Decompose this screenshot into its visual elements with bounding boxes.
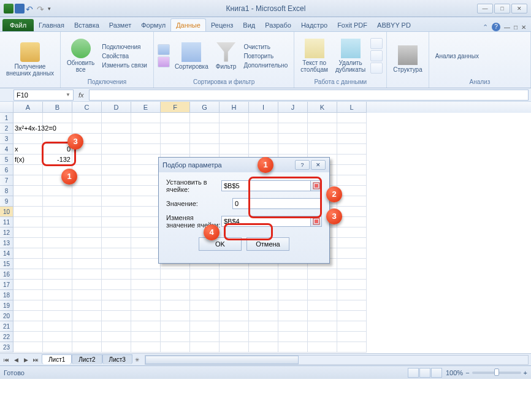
cell-L7[interactable] <box>337 175 367 186</box>
help-icon[interactable]: ? <box>492 23 500 31</box>
tab-formulas[interactable]: Формул <box>136 19 170 31</box>
cell-L13[interactable] <box>337 238 367 248</box>
cell-G17[interactable] <box>190 280 220 290</box>
cell-G20[interactable] <box>190 311 220 321</box>
cell-K19[interactable] <box>308 300 337 311</box>
cell-E12[interactable] <box>131 227 161 238</box>
minimize-ribbon-icon[interactable]: ⌃ <box>483 23 488 31</box>
cell-K18[interactable] <box>308 290 337 300</box>
cell-D13[interactable] <box>102 238 131 248</box>
cell-I4[interactable] <box>249 144 278 155</box>
cell-I3[interactable] <box>249 134 278 144</box>
cell-E21[interactable] <box>131 321 161 332</box>
cell-L6[interactable] <box>337 165 367 175</box>
cell-J23[interactable] <box>278 342 308 353</box>
cell-C12[interactable] <box>72 227 102 238</box>
cell-J3[interactable] <box>278 134 308 144</box>
col-H[interactable]: H <box>220 102 249 113</box>
cell-D21[interactable] <box>102 321 131 332</box>
cell-H18[interactable] <box>220 290 249 300</box>
cell-B9[interactable] <box>43 196 72 207</box>
file-tab[interactable]: Файл <box>2 19 34 31</box>
cell-I20[interactable] <box>249 311 278 321</box>
cell-D22[interactable] <box>102 332 131 342</box>
cell-I23[interactable] <box>249 342 278 353</box>
cell-H23[interactable] <box>220 342 249 353</box>
cell-C23[interactable] <box>72 342 102 353</box>
cell-H19[interactable] <box>220 300 249 311</box>
cell-D17[interactable] <box>102 280 131 290</box>
cell-G22[interactable] <box>190 332 220 342</box>
cell-D20[interactable] <box>102 311 131 321</box>
row-5[interactable]: 5 <box>0 155 13 165</box>
cell-A11[interactable] <box>13 217 43 227</box>
row-11[interactable]: 11 <box>0 217 13 227</box>
cell-I21[interactable] <box>249 321 278 332</box>
normal-view-icon[interactable] <box>408 368 419 378</box>
cell-D5[interactable] <box>102 155 131 165</box>
cell-C8[interactable] <box>72 186 102 196</box>
row-9[interactable]: 9 <box>0 196 13 207</box>
cell-J4[interactable] <box>278 144 308 155</box>
cell-C10[interactable] <box>72 207 102 217</box>
cell-E15[interactable] <box>131 259 161 269</box>
cell-I2[interactable] <box>249 123 278 134</box>
cell-H4[interactable] <box>220 144 249 155</box>
cell-G18[interactable] <box>190 290 220 300</box>
cell-L19[interactable] <box>337 300 367 311</box>
cell-F16[interactable] <box>161 269 190 280</box>
row-10[interactable]: 10 <box>0 207 13 217</box>
cell-D7[interactable] <box>102 175 131 186</box>
zoom-in-icon[interactable]: + <box>524 369 527 376</box>
cell-A19[interactable] <box>13 300 43 311</box>
cell-A20[interactable] <box>13 311 43 321</box>
doc-close-icon[interactable]: ✕ <box>521 24 526 31</box>
row-13[interactable]: 13 <box>0 238 13 248</box>
cell-C9[interactable] <box>72 196 102 207</box>
doc-min-icon[interactable]: — <box>504 24 510 31</box>
cell-B14[interactable] <box>43 248 72 259</box>
cell-A22[interactable] <box>13 332 43 342</box>
cell-K16[interactable] <box>308 269 337 280</box>
cell-E19[interactable] <box>131 300 161 311</box>
page-layout-view-icon[interactable] <box>419 368 430 378</box>
dialog-help-button[interactable]: ? <box>295 160 310 170</box>
cell-H20[interactable] <box>220 311 249 321</box>
cell-E8[interactable] <box>131 186 161 196</box>
cell-C16[interactable] <box>72 269 102 280</box>
sheet-next-icon[interactable]: ▶ <box>21 355 31 365</box>
tab-addins[interactable]: Надстро <box>296 19 332 31</box>
cell-A9[interactable] <box>13 196 43 207</box>
cell-L23[interactable] <box>337 342 367 353</box>
cell-D6[interactable] <box>102 165 131 175</box>
doc-max-icon[interactable]: □ <box>514 24 518 31</box>
cell-F21[interactable] <box>161 321 190 332</box>
cell-D9[interactable] <box>102 196 131 207</box>
data-validation-icon[interactable] <box>370 38 383 49</box>
tab-abbyy[interactable]: ABBYY PD <box>372 19 416 31</box>
cell-B21[interactable] <box>43 321 72 332</box>
cell-A10[interactable] <box>13 207 43 217</box>
changing-cell-input[interactable] <box>221 216 311 227</box>
set-cell-input[interactable] <box>221 180 311 191</box>
sort-az-icon[interactable] <box>158 44 170 55</box>
cell-L4[interactable] <box>337 144 367 155</box>
row-18[interactable]: 18 <box>0 290 13 300</box>
advanced-option[interactable]: Дополнительно <box>241 61 290 69</box>
cell-D14[interactable] <box>102 248 131 259</box>
tab-view[interactable]: Вид <box>238 19 260 31</box>
cell-G1[interactable] <box>190 113 220 123</box>
col-G[interactable]: G <box>190 102 220 113</box>
col-E[interactable]: E <box>131 102 161 113</box>
cell-A1[interactable] <box>13 113 43 123</box>
data-analysis-button[interactable]: Анализ данных <box>433 52 481 60</box>
cell-D2[interactable] <box>102 123 131 134</box>
cell-A2[interactable]: 3x²+4x-132=0 <box>13 123 43 134</box>
cell-F17[interactable] <box>161 280 190 290</box>
ok-button[interactable]: OK <box>199 237 242 251</box>
cell-G21[interactable] <box>190 321 220 332</box>
connections-option[interactable]: Подключения <box>99 43 150 51</box>
cell-G19[interactable] <box>190 300 220 311</box>
cell-E20[interactable] <box>131 311 161 321</box>
cell-K4[interactable] <box>308 144 337 155</box>
